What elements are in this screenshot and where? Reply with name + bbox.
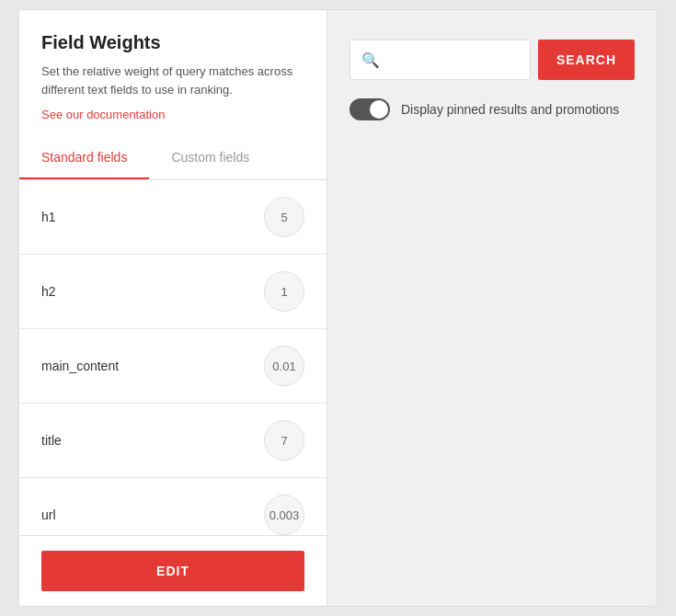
table-row: h15 bbox=[19, 180, 327, 255]
field-list: h15h21main_content0.01title7url0.003 bbox=[19, 180, 327, 535]
main-container: Field Weights Set the relative weight of… bbox=[18, 9, 658, 607]
table-row: h21 bbox=[19, 255, 327, 329]
tabs-container: Standard fields Custom fields bbox=[19, 137, 327, 180]
search-bar: 🔍 SEARCH bbox=[349, 40, 635, 80]
table-row: main_content0.01 bbox=[19, 329, 327, 404]
search-input-wrapper: 🔍 bbox=[349, 40, 531, 80]
field-name-label: h1 bbox=[41, 210, 56, 224]
field-name-label: h2 bbox=[41, 284, 56, 299]
pinned-results-toggle[interactable] bbox=[349, 98, 390, 120]
panel-header: Field Weights Set the relative weight of… bbox=[19, 10, 327, 137]
right-panel: 🔍 SEARCH Display pinned results and prom… bbox=[327, 10, 657, 606]
field-weight-value: 1 bbox=[264, 271, 304, 312]
field-weight-value: 0.01 bbox=[264, 346, 304, 386]
field-name-label: main_content bbox=[41, 359, 119, 373]
toggle-row: Display pinned results and promotions bbox=[349, 98, 635, 120]
table-row: url0.003 bbox=[19, 478, 327, 535]
panel-title: Field Weights bbox=[41, 32, 304, 53]
edit-button-wrapper: EDIT bbox=[19, 535, 327, 606]
search-input[interactable] bbox=[387, 43, 519, 76]
field-name-label: url bbox=[41, 508, 56, 522]
field-weight-value: 0.003 bbox=[264, 495, 304, 535]
search-button[interactable]: SEARCH bbox=[538, 40, 635, 80]
edit-button[interactable]: EDIT bbox=[41, 551, 304, 591]
left-panel: Field Weights Set the relative weight of… bbox=[19, 10, 327, 606]
tab-custom-fields[interactable]: Custom fields bbox=[149, 137, 271, 179]
search-icon: 🔍 bbox=[361, 51, 380, 69]
toggle-label: Display pinned results and promotions bbox=[401, 102, 619, 117]
field-name-label: title bbox=[41, 433, 62, 448]
panel-description: Set the relative weight of query matches… bbox=[41, 63, 304, 98]
field-weight-value: 7 bbox=[264, 420, 304, 461]
table-row: title7 bbox=[19, 404, 327, 478]
tab-standard-fields[interactable]: Standard fields bbox=[19, 137, 149, 179]
toggle-knob bbox=[370, 100, 388, 119]
documentation-link[interactable]: See our documentation bbox=[41, 108, 165, 121]
field-weight-value: 5 bbox=[264, 197, 304, 237]
